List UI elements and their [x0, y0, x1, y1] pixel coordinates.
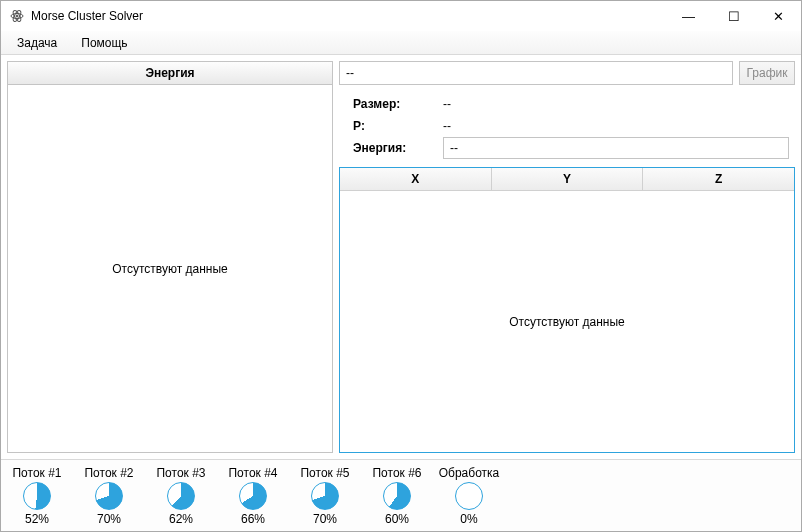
- svg-point-3: [16, 15, 18, 17]
- details-top-row: График: [339, 61, 795, 85]
- thread-percent: 70%: [97, 512, 121, 526]
- details-panel: График Размер: -- P: -- Энергия: X Y Z О…: [339, 61, 795, 453]
- energy-panel: Энергия Отсутствуют данные: [7, 61, 333, 453]
- thread-2: Поток #270%: [79, 466, 139, 526]
- progress-pie-icon: [311, 482, 339, 510]
- statusbar: Поток #152%Поток #270%Поток #362%Поток #…: [1, 459, 801, 531]
- energy-input[interactable]: [443, 137, 789, 159]
- maximize-button[interactable]: ☐: [711, 1, 756, 31]
- thread-3: Поток #362%: [151, 466, 211, 526]
- progress-pie-icon: [23, 482, 51, 510]
- prop-p: P: --: [353, 115, 789, 137]
- thread-percent: 60%: [385, 512, 409, 526]
- progress-pie-icon: [95, 482, 123, 510]
- progress-pie-icon: [455, 482, 483, 510]
- thread-5: Поток #570%: [295, 466, 355, 526]
- thread-label: Поток #5: [300, 466, 349, 480]
- col-x[interactable]: X: [340, 168, 492, 190]
- progress-pie-icon: [239, 482, 267, 510]
- titlebar: Morse Cluster Solver — ☐ ✕: [1, 1, 801, 31]
- progress-pie-icon: [383, 482, 411, 510]
- thread-label: Поток #6: [372, 466, 421, 480]
- col-y[interactable]: Y: [492, 168, 644, 190]
- thread-6: Поток #660%: [367, 466, 427, 526]
- thread-label: Поток #1: [12, 466, 61, 480]
- close-button[interactable]: ✕: [756, 1, 801, 31]
- coords-table: X Y Z Отсутствуют данные: [339, 167, 795, 453]
- thread-4: Поток #466%: [223, 466, 283, 526]
- menu-help[interactable]: Помощь: [71, 34, 137, 52]
- minimize-button[interactable]: —: [666, 1, 711, 31]
- thread-7: Обработка0%: [439, 466, 499, 526]
- thread-percent: 0%: [460, 512, 477, 526]
- size-label: Размер:: [353, 97, 443, 111]
- table-header: X Y Z: [340, 168, 794, 191]
- p-label: P:: [353, 119, 443, 133]
- graph-button[interactable]: График: [739, 61, 795, 85]
- table-empty: Отсутствуют данные: [340, 191, 794, 452]
- energy-panel-empty: Отсутствуют данные: [8, 85, 332, 452]
- properties: Размер: -- P: -- Энергия:: [339, 91, 795, 161]
- energy-label: Энергия:: [353, 141, 443, 155]
- thread-percent: 66%: [241, 512, 265, 526]
- prop-energy: Энергия:: [353, 137, 789, 159]
- p-value: --: [443, 119, 451, 133]
- thread-label: Обработка: [439, 466, 500, 480]
- content: Энергия Отсутствуют данные График Размер…: [1, 55, 801, 459]
- thread-label: Поток #3: [156, 466, 205, 480]
- name-input[interactable]: [339, 61, 733, 85]
- energy-panel-header: Энергия: [8, 62, 332, 85]
- thread-1: Поток #152%: [7, 466, 67, 526]
- thread-percent: 62%: [169, 512, 193, 526]
- thread-percent: 52%: [25, 512, 49, 526]
- window-title: Morse Cluster Solver: [31, 9, 143, 23]
- menubar: Задача Помощь: [1, 31, 801, 55]
- size-value: --: [443, 97, 451, 111]
- window-controls: — ☐ ✕: [666, 1, 801, 31]
- progress-pie-icon: [167, 482, 195, 510]
- prop-size: Размер: --: [353, 93, 789, 115]
- app-icon: [9, 8, 25, 24]
- thread-label: Поток #2: [84, 466, 133, 480]
- menu-task[interactable]: Задача: [7, 34, 67, 52]
- col-z[interactable]: Z: [643, 168, 794, 190]
- thread-label: Поток #4: [228, 466, 277, 480]
- thread-percent: 70%: [313, 512, 337, 526]
